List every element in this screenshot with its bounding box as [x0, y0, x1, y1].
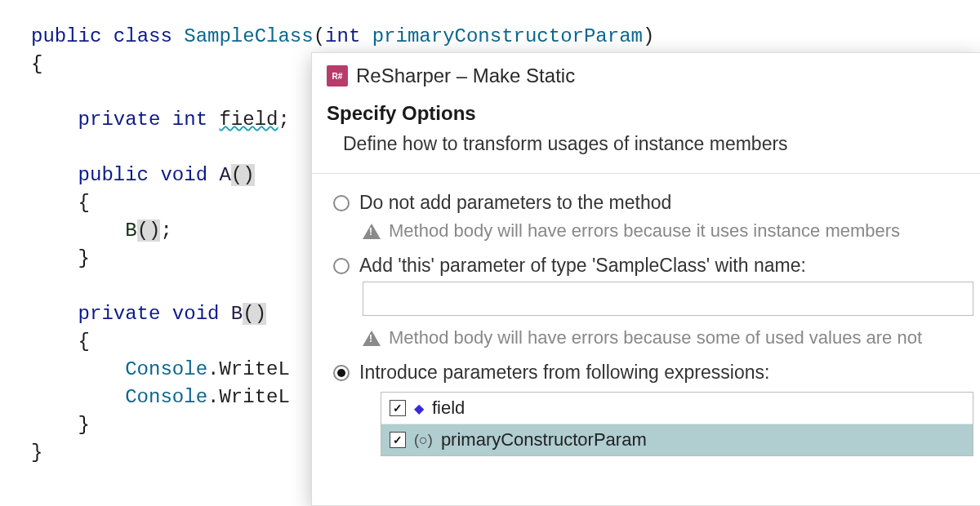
keyword: int: [325, 25, 360, 47]
type-ref: Console: [125, 358, 207, 380]
keyword: class: [114, 25, 172, 47]
brace: }: [78, 414, 90, 436]
warning-text: Method body will have errors because it …: [389, 220, 900, 242]
warning-icon: [363, 331, 381, 346]
param-name: primaryConstructorParam: [372, 25, 643, 47]
section-heading: Specify Options: [312, 91, 980, 130]
keyword: void: [160, 164, 207, 186]
type-ref: Console: [125, 386, 207, 408]
method-ref: .WriteL: [207, 386, 290, 408]
parameter-icon: (○): [414, 432, 433, 449]
field-name: field: [219, 109, 278, 131]
keyword: void: [172, 303, 220, 325]
class-name: SampleClass: [184, 25, 313, 47]
brace: {: [78, 331, 90, 353]
radio-no-params[interactable]: [333, 195, 350, 211]
radio-introduce-params-label: Introduce parameters from following expr…: [359, 362, 769, 384]
expression-label: primaryConstructorParam: [441, 429, 647, 451]
brace: }: [78, 247, 90, 269]
section-description: Define how to transform usages of instan…: [312, 130, 980, 168]
keyword: int: [172, 109, 207, 131]
expression-checkbox[interactable]: ✓: [390, 432, 406, 448]
method-ref: .WriteL: [207, 358, 290, 380]
this-name-input[interactable]: [363, 282, 973, 316]
keyword: private: [78, 303, 161, 325]
keyword: public: [78, 164, 149, 186]
method-name: A: [219, 164, 230, 186]
expression-row[interactable]: ✓ (○) primaryConstructorParam: [381, 424, 973, 455]
expression-row[interactable]: ✓ ◆ field: [381, 393, 973, 424]
make-static-dialog: R# ReSharper – Make Static Specify Optio…: [311, 52, 980, 506]
radio-add-this-label: Add 'this' parameter of type 'SampleClas…: [359, 255, 806, 277]
keyword: private: [78, 109, 161, 131]
field-icon: ◆: [414, 401, 424, 416]
radio-no-params-label: Do not add parameters to the method: [359, 192, 671, 214]
expression-label: field: [432, 397, 465, 419]
expressions-list: ✓ ◆ field ✓ (○) primaryConstructorParam: [381, 392, 973, 456]
warning-text: Method body will have errors because som…: [389, 327, 922, 348]
brace: {: [31, 53, 42, 75]
brace: {: [78, 192, 90, 214]
method-name: B: [231, 303, 243, 325]
resharper-icon: R#: [327, 65, 348, 87]
brace: }: [31, 442, 42, 464]
keyword: public: [31, 25, 101, 47]
parens: (): [137, 220, 161, 242]
method-call: B: [125, 220, 136, 242]
dialog-title: ReSharper – Make Static: [356, 64, 575, 87]
radio-add-this[interactable]: [333, 258, 350, 274]
divider: [312, 173, 980, 174]
expression-checkbox[interactable]: ✓: [390, 400, 406, 416]
radio-introduce-params[interactable]: [333, 365, 350, 381]
warning-icon: [363, 224, 381, 239]
